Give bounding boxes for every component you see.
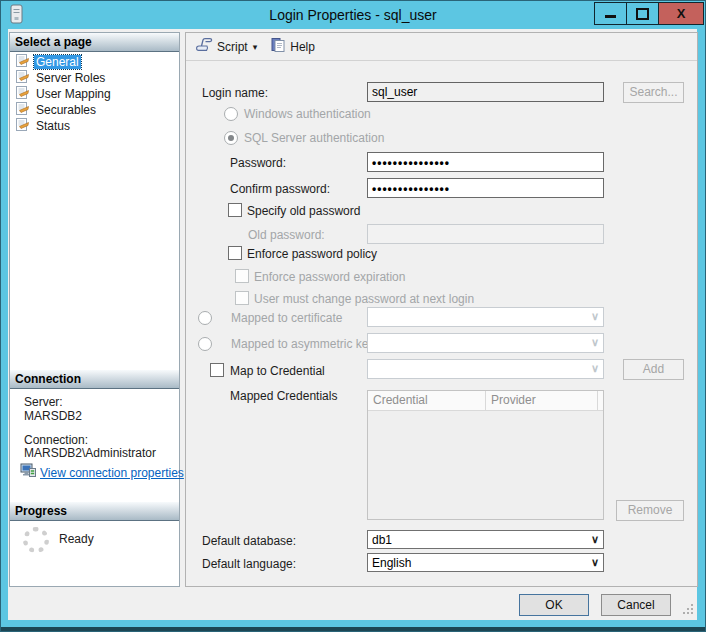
confirm-password-label: Confirm password: <box>230 182 330 196</box>
login-properties-window: Login Properties - sql_user X Select a p… <box>0 0 706 632</box>
chevron-down-icon: ∨ <box>591 336 599 349</box>
old-password-label: Old password: <box>248 228 325 242</box>
sidebar-item-label: Status <box>34 119 72 133</box>
must-change-checkbox <box>235 291 249 305</box>
map-credential-checkbox[interactable] <box>210 363 224 377</box>
ok-button[interactable]: OK <box>519 594 589 616</box>
enforce-expiration-checkbox <box>235 269 249 283</box>
enforce-policy-label[interactable]: Enforce password policy <box>247 247 377 261</box>
progress-spinner-icon <box>23 527 49 553</box>
dialog-client-area: Select a page General Server Roles User … <box>8 29 697 620</box>
maximize-button[interactable] <box>626 2 659 25</box>
mapped-key-label: Mapped to asymmetric key <box>231 337 374 351</box>
windows-auth-label: Windows authentication <box>244 107 371 121</box>
general-page-content: Login name: sql_user Search... Windows a… <box>186 61 697 586</box>
remove-button: Remove <box>616 500 684 521</box>
login-name-label: Login name: <box>202 86 268 100</box>
default-database-label: Default database: <box>202 534 296 548</box>
windows-auth-radio <box>224 107 238 121</box>
enforce-policy-checkbox[interactable] <box>228 246 242 260</box>
grid-header-row: Credential Provider <box>368 391 603 411</box>
map-credential-combobox: ∨ <box>367 359 604 379</box>
sidebar-item-label: General <box>34 55 81 69</box>
maximize-icon <box>636 8 649 20</box>
chevron-down-icon: ∨ <box>591 533 599 546</box>
confirm-password-input[interactable]: ••••••••••••••• <box>367 178 604 198</box>
main-panel: Script ▾ Help Login name: sql_user Searc… <box>185 32 698 587</box>
progress-header: Progress <box>10 502 179 521</box>
sidebar: Select a page General Server Roles User … <box>9 32 180 587</box>
specify-old-password-label[interactable]: Specify old password <box>247 204 360 218</box>
mapped-cert-label: Mapped to certificate <box>231 311 342 325</box>
minimize-button[interactable] <box>594 2 627 25</box>
specify-old-password-checkbox[interactable] <box>228 203 242 217</box>
help-label: Help <box>290 40 315 54</box>
chevron-down-icon: ∨ <box>591 362 599 375</box>
view-connection-properties-link[interactable]: View connection properties <box>40 466 184 480</box>
enforce-expiration-label: Enforce password expiration <box>254 270 405 284</box>
sidebar-item-general[interactable]: General <box>10 54 179 70</box>
must-change-label: User must change password at next login <box>254 292 474 306</box>
sidebar-item-securables[interactable]: Securables <box>10 102 179 118</box>
password-input[interactable]: ••••••••••••••• <box>367 152 604 172</box>
sidebar-item-user-mapping[interactable]: User Mapping <box>10 86 179 102</box>
script-dropdown-arrow[interactable]: ▾ <box>253 42 258 52</box>
window-controls: X <box>595 2 704 25</box>
add-button: Add <box>623 359 684 380</box>
sidebar-item-label: User Mapping <box>34 87 113 101</box>
script-label: Script <box>217 40 248 54</box>
connection-properties-icon <box>20 463 37 483</box>
connection-value: MARSDB2\Administrator <box>24 446 156 460</box>
chevron-down-icon: ∨ <box>591 556 599 569</box>
sql-auth-radio <box>224 131 238 145</box>
sql-auth-label: SQL Server authentication <box>244 131 384 145</box>
login-name-input[interactable]: sql_user <box>367 82 604 102</box>
toolbar: Script ▾ Help <box>186 33 697 61</box>
default-database-combobox[interactable]: db1∨ <box>367 530 604 549</box>
mapped-key-radio <box>198 337 212 351</box>
default-language-combobox[interactable]: English∨ <box>367 553 604 572</box>
minimize-icon <box>605 15 616 18</box>
resize-grip[interactable] <box>683 601 694 619</box>
mapped-key-combobox: ∨ <box>367 333 604 353</box>
connection-label: Connection: <box>24 433 88 447</box>
map-credential-label[interactable]: Map to Credential <box>230 364 325 378</box>
help-icon <box>270 37 286 56</box>
connection-header: Connection <box>10 370 179 389</box>
default-database-value: db1 <box>372 533 392 547</box>
mapped-cert-combobox: ∨ <box>367 307 604 327</box>
cancel-button[interactable]: Cancel <box>601 594 671 616</box>
server-label: Server: <box>24 395 63 409</box>
select-a-page-header: Select a page <box>10 33 179 52</box>
search-button: Search... <box>623 82 684 103</box>
old-password-input <box>367 224 604 244</box>
script-icon <box>195 37 213 56</box>
grid-header-provider: Provider <box>486 391 598 410</box>
app-window-icon <box>10 4 23 29</box>
grid-header-credential: Credential <box>368 391 486 410</box>
chevron-down-icon: ∨ <box>591 310 599 323</box>
page-icon <box>15 117 30 135</box>
sidebar-item-server-roles[interactable]: Server Roles <box>10 70 179 86</box>
close-button[interactable]: X <box>658 2 704 25</box>
server-value: MARSDB2 <box>24 409 82 423</box>
mapped-cert-radio <box>198 311 212 325</box>
close-icon: X <box>677 6 686 21</box>
script-button[interactable]: Script <box>195 37 248 56</box>
sidebar-item-label: Server Roles <box>34 71 107 85</box>
password-label: Password: <box>230 156 286 170</box>
footer: OK Cancel <box>8 587 697 622</box>
help-button[interactable]: Help <box>270 37 315 56</box>
sidebar-item-status[interactable]: Status <box>10 118 179 134</box>
mapped-credentials-label: Mapped Credentials <box>230 389 337 403</box>
default-language-value: English <box>372 556 411 570</box>
page-list: General Server Roles User Mapping Secura… <box>10 54 179 134</box>
progress-status: Ready <box>59 532 94 546</box>
mapped-credentials-grid[interactable]: Credential Provider <box>367 390 604 520</box>
default-language-label: Default language: <box>202 557 296 571</box>
sidebar-item-label: Securables <box>34 103 98 117</box>
title-bar[interactable]: Login Properties - sql_user X <box>1 1 705 29</box>
